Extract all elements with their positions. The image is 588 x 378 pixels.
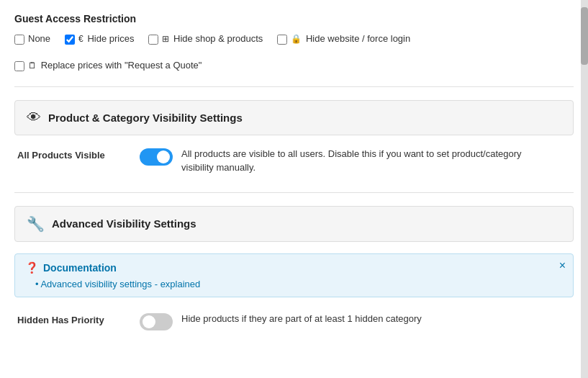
all-products-description: All products are visible to all users. D… bbox=[181, 147, 527, 175]
scrollbar[interactable] bbox=[581, 0, 588, 378]
option-hide-shop: ⊞ Hide shop & products bbox=[148, 33, 263, 45]
doc-box-title: Documentation bbox=[43, 262, 117, 274]
checkbox-hide-website[interactable] bbox=[277, 35, 287, 45]
label-replace-prices: 🗒 Replace prices with "Request a Quote" bbox=[28, 60, 202, 72]
doc-box-close-button[interactable]: × bbox=[559, 260, 566, 271]
doc-box-link[interactable]: Advanced visibility settings - explained bbox=[25, 279, 200, 289]
quote-icon: 🗒 bbox=[28, 60, 37, 71]
checkbox-none[interactable] bbox=[14, 35, 24, 45]
all-products-control: All products are visible to all users. D… bbox=[140, 147, 527, 175]
shop-icon: ⊞ bbox=[162, 34, 169, 44]
guest-access-options: None € Hide prices ⊞ Hide shop & product… bbox=[14, 33, 574, 72]
hidden-priority-toggle[interactable] bbox=[140, 313, 173, 330]
wrench-icon: 🔧 bbox=[27, 215, 45, 233]
toggle-slider bbox=[140, 148, 173, 166]
all-products-label: All Products Visible bbox=[17, 147, 125, 161]
doc-box-header: ❓ Documentation bbox=[25, 261, 563, 274]
toggle-slider-off bbox=[140, 313, 173, 330]
product-visibility-header: 👁 Product & Category Visibility Settings bbox=[14, 100, 574, 135]
label-hide-website: 🔒 Hide website / force login bbox=[291, 33, 410, 45]
divider-1 bbox=[14, 86, 574, 87]
option-none: None bbox=[14, 33, 50, 45]
hidden-priority-row: Hidden Has Priority Hide products if the… bbox=[14, 312, 574, 330]
checkbox-hide-prices[interactable] bbox=[65, 35, 75, 45]
guest-access-title: Guest Access Restriction bbox=[14, 13, 574, 24]
divider-2 bbox=[14, 192, 574, 193]
checkbox-replace-prices[interactable] bbox=[14, 61, 24, 71]
option-hide-website: 🔒 Hide website / force login bbox=[277, 33, 410, 45]
question-icon: ❓ bbox=[25, 261, 39, 274]
eye-icon: 👁 bbox=[27, 109, 41, 126]
hide-website-text: Hide website / force login bbox=[306, 33, 410, 44]
lock-icon: 🔒 bbox=[291, 34, 302, 44]
advanced-visibility-title: Advanced Visibility Settings bbox=[52, 217, 196, 230]
replace-prices-text: Replace prices with "Request a Quote" bbox=[41, 60, 202, 71]
all-products-visible-row: All Products Visible All products are vi… bbox=[14, 147, 574, 175]
label-none: None bbox=[28, 33, 50, 45]
documentation-box: ❓ Documentation × Advanced visibility se… bbox=[14, 253, 574, 297]
option-hide-prices: € Hide prices bbox=[65, 33, 134, 45]
hide-shop-text: Hide shop & products bbox=[173, 33, 263, 44]
hidden-priority-label: Hidden Has Priority bbox=[17, 312, 125, 325]
product-visibility-title: Product & Category Visibility Settings bbox=[48, 112, 243, 124]
hidden-priority-control: Hide products if they are part of at lea… bbox=[140, 312, 422, 330]
advanced-visibility-header: 🔧 Advanced Visibility Settings bbox=[14, 206, 574, 242]
hidden-priority-description: Hide products if they are part of at lea… bbox=[181, 312, 422, 326]
checkbox-hide-shop[interactable] bbox=[148, 35, 158, 45]
label-hide-prices: € Hide prices bbox=[78, 33, 134, 45]
scrollbar-thumb[interactable] bbox=[581, 7, 588, 65]
label-hide-shop: ⊞ Hide shop & products bbox=[162, 33, 263, 45]
euro-icon: € bbox=[78, 34, 83, 44]
all-products-toggle[interactable] bbox=[140, 148, 173, 166]
option-replace-prices: 🗒 Replace prices with "Request a Quote" bbox=[14, 60, 202, 72]
hide-prices-text: Hide prices bbox=[87, 33, 134, 44]
